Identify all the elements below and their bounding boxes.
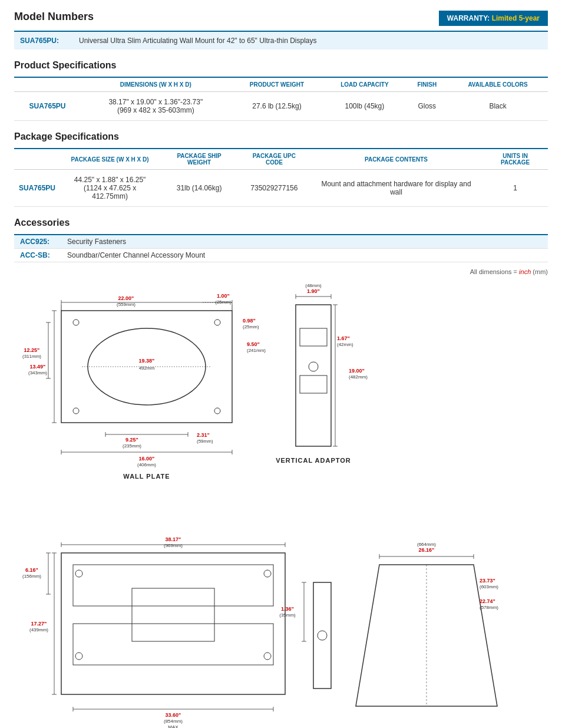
svg-point-7 xyxy=(214,408,220,414)
dim-va-h19-mm: (482mm) xyxy=(349,374,368,380)
package-size: 44.25" x 1.88" x 16.25"(1124 x 47.625 x … xyxy=(60,170,160,207)
svg-rect-55 xyxy=(313,582,331,689)
package-upc: 735029277156 xyxy=(239,170,310,207)
wall-plate-label: WALL PLATE xyxy=(123,473,170,480)
dim-w9-mm: (235mm) xyxy=(123,443,141,449)
dim-w19-mm: 492mm xyxy=(139,365,155,371)
dim-va-h1-label: 1.67" xyxy=(337,335,350,341)
page-title: Model Numbers xyxy=(14,11,94,23)
pkg-col-ship-weight: PACKAGE SHIP WEIGHT xyxy=(160,149,239,170)
accessories-title: Accessories xyxy=(14,218,548,230)
dim-w16-mm: (406mm) xyxy=(137,462,156,467)
product-specs-title: Product Specifications xyxy=(14,60,548,73)
dim-sve-w26-mm: (664mm) xyxy=(417,542,436,547)
dim-sve-w26-label: 26.16" xyxy=(419,547,435,553)
dim-22-mm: (559mm) xyxy=(117,302,135,307)
dim-va-h1-mm: (42mm) xyxy=(337,342,353,347)
diagrams-area: 22.00" (559mm) 1.00" (25mm) 12.25" (311m… xyxy=(14,275,548,728)
svg-rect-36 xyxy=(73,565,273,606)
svg-point-56 xyxy=(318,631,327,640)
dim-1-mm: (25mm) xyxy=(215,299,232,305)
acc-desc-2: Soundbar/Center Channel Accessory Mount xyxy=(67,251,205,259)
dim-22-label: 22.00" xyxy=(118,295,134,301)
package-row: SUA765PU 44.25" x 1.88" x 16.25"(1124 x … xyxy=(14,170,548,207)
product-load: 100lb (45kg) xyxy=(323,92,406,121)
dim-d2-label: 2.31" xyxy=(197,432,210,438)
product-sku: SUA765PU xyxy=(14,92,81,121)
package-contents: Mount and attachment hardware for displa… xyxy=(310,170,483,207)
dim-w19-label: 19.38" xyxy=(139,358,155,364)
dim-sve-w23-label: 23.73" xyxy=(480,578,495,584)
dim-d2-mm: (59mm) xyxy=(197,439,213,444)
dim-note-prefix: All dimensions = xyxy=(470,268,517,275)
col-weight: PRODUCT WEIGHT xyxy=(231,77,323,92)
svg-rect-26 xyxy=(300,328,327,346)
svg-point-28 xyxy=(309,362,318,371)
diagrams-svg: 22.00" (559mm) 1.00" (25mm) 12.25" (311m… xyxy=(14,275,548,529)
svg-point-41 xyxy=(75,653,82,660)
model-sku: SUA765PU: xyxy=(20,37,79,45)
svg-point-4 xyxy=(73,319,79,325)
dim-w9-label: 9.25" xyxy=(125,437,138,443)
diagrams-svg-2: 38.17" (969mm) 33.60" (854mm) MAX 6.16" … xyxy=(14,535,548,728)
product-weight: 27.6 lb (12.5kg) xyxy=(231,92,323,121)
col-empty xyxy=(14,77,81,92)
col-dimensions: DIMENSIONS (W x H x D) xyxy=(81,77,231,92)
product-finish: Gloss xyxy=(406,92,448,121)
package-specs-title: Package Specifications xyxy=(14,131,548,144)
svg-point-40 xyxy=(264,570,271,577)
dim-h12-label: 12.25" xyxy=(24,347,40,353)
dim-w16-label: 16.00" xyxy=(139,456,155,462)
warranty-value: Limited 5-year xyxy=(492,14,540,22)
acc-desc-1: Security Fasteners xyxy=(67,238,126,246)
dim-d0-mm: (25mm) xyxy=(243,324,259,330)
col-finish: FINISH xyxy=(406,77,448,92)
package-units: 1 xyxy=(482,170,548,207)
dim-d9-mm: (241mm) xyxy=(247,348,266,353)
dim-sve-w22-label: 22.74" xyxy=(480,598,495,604)
page-header: Model Numbers WARRANTY: Limited 5-year xyxy=(0,0,562,31)
dim-fv-h6-label: 6.16" xyxy=(25,567,38,573)
dimension-note: All dimensions = inch (mm) xyxy=(14,268,548,275)
dim-note-unit: inch xyxy=(519,268,531,275)
svg-rect-38 xyxy=(132,588,214,641)
dim-fv-w38-mm: (969mm) xyxy=(164,543,183,548)
pkg-col-units: UNITS IN PACKAGE xyxy=(482,149,548,170)
accessories-section: ACC925: Security Fasteners ACC-SB: Sound… xyxy=(14,234,548,262)
vertical-adaptor-label: VERTICAL ADAPTOR xyxy=(276,457,351,464)
svg-point-5 xyxy=(214,319,220,325)
product-row: SUA765PU 38.17" x 19.00" x 1.36"-23.73"(… xyxy=(14,92,548,121)
dim-d9-label: 9.50" xyxy=(247,341,260,347)
acc-row-1: ACC925: Security Fasteners xyxy=(14,235,548,249)
warranty-label: WARRANTY: xyxy=(447,14,490,22)
dim-fv-w33-mm: (854mm) xyxy=(164,719,183,724)
package-sku: SUA765PU xyxy=(14,170,60,207)
col-colors: AVAILABLE COLORS xyxy=(448,77,548,92)
dim-h13-label: 13.49" xyxy=(30,364,46,370)
dim-note-suffix: (mm) xyxy=(533,268,548,275)
dim-va-h19-label: 19.00" xyxy=(349,368,365,374)
dim-sve-w22-mm: (578mm) xyxy=(480,605,498,610)
dim-fv-h17-mm: (439mm) xyxy=(29,627,48,633)
acc-sku-1: ACC925: xyxy=(20,238,67,246)
acc-row-2: ACC-SB: Soundbar/Center Channel Accessor… xyxy=(14,249,548,262)
dim-sve-w23-mm: (603mm) xyxy=(480,584,498,589)
dim-h13-mm: (343mm) xyxy=(28,370,47,375)
model-desc: Universal Ultra Slim Articulating Wall M… xyxy=(79,37,317,45)
dim-sv-d-label: 1.36" xyxy=(281,606,294,612)
svg-point-42 xyxy=(264,653,271,660)
dim-sv-d-mm: (35mm) xyxy=(279,612,296,618)
pkg-col-size: PACKAGE SIZE (W x H x D) xyxy=(60,149,160,170)
model-table: SUA765PU: Universal Ultra Slim Articulat… xyxy=(14,31,548,50)
pkg-col-empty xyxy=(14,149,60,170)
pkg-col-contents: PACKAGE CONTENTS xyxy=(310,149,483,170)
dim-va-w1-mm: (48mm) xyxy=(305,283,322,288)
dim-fv-w38-label: 38.17" xyxy=(166,536,181,542)
dim-fv-w33-label: 33.60" xyxy=(166,712,181,718)
product-dimensions: 38.17" x 19.00" x 1.36"-23.73"(969 x 482… xyxy=(81,92,231,121)
svg-rect-37 xyxy=(73,624,273,665)
acc-sku-2: ACC-SB: xyxy=(20,251,67,259)
dim-d0-label: 0.98" xyxy=(243,318,256,324)
svg-point-6 xyxy=(73,408,79,414)
dim-fv-max: MAX xyxy=(168,724,178,728)
